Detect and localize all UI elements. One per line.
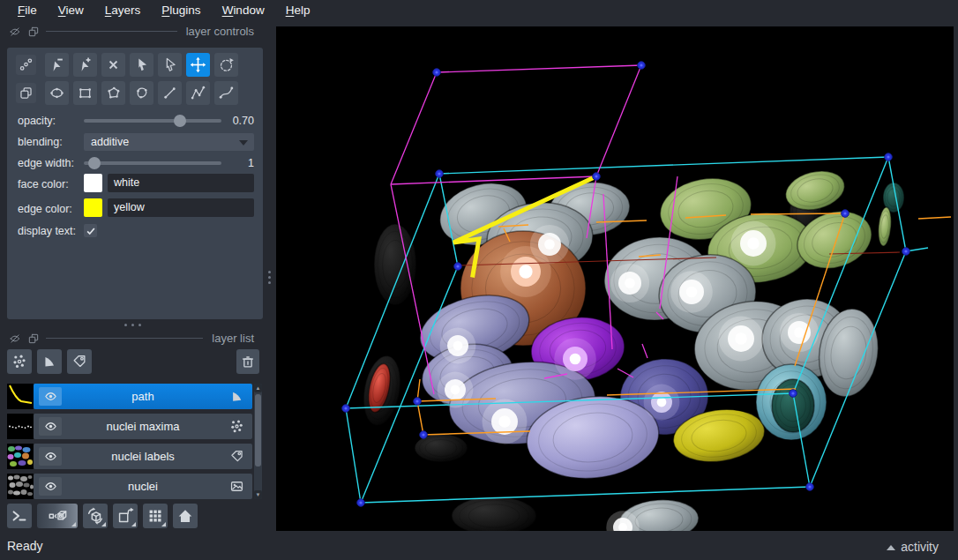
- menu-window[interactable]: Window: [212, 2, 275, 19]
- edge-color-label: edge color:: [18, 203, 72, 215]
- tool-add-polygon-button[interactable]: [101, 81, 125, 105]
- caret-up-icon: [887, 545, 895, 550]
- layer-name: nuclei: [34, 474, 252, 499]
- float-panel-icon[interactable]: [27, 332, 40, 343]
- image-layer-type-icon: [228, 478, 245, 495]
- header-divider: [46, 31, 177, 32]
- layer-thumbnail-image: [7, 474, 34, 499]
- layer-controls-title: layer controls: [186, 25, 254, 38]
- edge-width-value: 1: [221, 157, 254, 169]
- grid-view-button[interactable]: [143, 504, 168, 528]
- edge-width-slider[interactable]: [84, 161, 221, 165]
- edge-color-field[interactable]: yellow: [108, 198, 254, 217]
- new-shapes-layer-button[interactable]: [37, 349, 62, 374]
- scroll-down-icon[interactable]: ▼: [254, 490, 262, 499]
- layer-name: nuclei maxima: [34, 414, 252, 439]
- layer-list-scrollbar[interactable]: ▲ ▼: [254, 384, 262, 499]
- layer-row-nuclei-maxima[interactable]: nuclei maxima: [34, 414, 252, 439]
- tool-add-polygon-lasso-button[interactable]: [130, 81, 153, 105]
- points-layer-type-icon: [228, 418, 245, 435]
- layer-row-path[interactable]: path: [34, 384, 252, 409]
- scene-3d: [276, 26, 954, 531]
- menu-layers[interactable]: Layers: [94, 2, 152, 19]
- layer-row-nuclei-labels[interactable]: nuclei labels: [34, 444, 252, 469]
- tool-remove-vertex-button[interactable]: [45, 53, 69, 77]
- tool-add-path-button[interactable]: [214, 81, 238, 105]
- menu-view[interactable]: View: [48, 2, 94, 19]
- menu-bar: FileViewLayersPluginsWindowHelp: [0, 0, 958, 21]
- opacity-slider[interactable]: [84, 119, 221, 123]
- napari-window: FileViewLayersPluginsWindowHelp layer co…: [0, 0, 958, 560]
- face-color-field[interactable]: white: [108, 174, 254, 192]
- layer-thumbnail-shapes: [7, 384, 34, 409]
- scroll-up-icon[interactable]: ▲: [254, 384, 262, 392]
- hide-panel-icon[interactable]: [9, 26, 21, 36]
- transpose-dimensions-button[interactable]: [113, 504, 138, 528]
- tool-add-rectangle-button[interactable]: [73, 81, 97, 105]
- new-points-layer-button[interactable]: [7, 349, 32, 374]
- ndisplay-3d-button[interactable]: [37, 504, 78, 528]
- layer-list-header: layer list: [9, 332, 254, 344]
- menu-help[interactable]: Help: [275, 2, 321, 19]
- blending-select[interactable]: additive: [84, 133, 254, 151]
- activity-label: activity: [901, 540, 939, 554]
- layer-list-title: layer list: [212, 332, 254, 345]
- header-divider: [46, 338, 203, 339]
- tool-pan-zoom-button[interactable]: [186, 53, 210, 77]
- float-panel-icon[interactable]: [27, 26, 40, 36]
- roll-dimensions-button[interactable]: [83, 504, 108, 528]
- hide-panel-icon[interactable]: [9, 332, 21, 343]
- tool-select-shapes-button[interactable]: [130, 53, 153, 77]
- status-message: Ready: [7, 539, 42, 553]
- tool-transform-button[interactable]: [214, 53, 238, 77]
- tool-select-vertices-button[interactable]: [16, 55, 36, 75]
- face-color-swatch[interactable]: [84, 174, 102, 192]
- tool-copy-shapes-button[interactable]: [16, 83, 36, 103]
- canvas-splitter-handle[interactable]: [268, 271, 271, 284]
- display-text-label: display text:: [18, 225, 76, 237]
- tool-add-line-button[interactable]: [158, 81, 182, 105]
- tool-delete-shape-button[interactable]: [101, 53, 125, 77]
- delete-layer-button[interactable]: [236, 349, 259, 374]
- opacity-label: opacity:: [18, 115, 56, 127]
- labels-layer-type-icon: [228, 448, 245, 465]
- tool-direct-select-button[interactable]: [158, 53, 182, 77]
- display-text-checkbox[interactable]: [84, 224, 97, 237]
- layer-row-nuclei[interactable]: nuclei: [34, 474, 252, 499]
- status-bar: Ready activity: [0, 531, 958, 560]
- scrollbar-thumb[interactable]: [255, 394, 261, 467]
- edge-width-label: edge width:: [18, 157, 74, 169]
- tool-add-ellipse-button[interactable]: [45, 81, 69, 105]
- new-labels-layer-button[interactable]: [67, 349, 92, 374]
- check-icon: [86, 226, 96, 236]
- tool-add-polyline-button[interactable]: [186, 81, 210, 105]
- activity-toggle[interactable]: activity: [887, 540, 939, 554]
- edge-color-swatch[interactable]: [84, 198, 102, 217]
- layer-controls-header: layer controls: [9, 25, 254, 37]
- chevron-down-icon: [239, 140, 248, 146]
- menu-plugins[interactable]: Plugins: [151, 2, 211, 19]
- shapes-layer-type-icon: [228, 388, 245, 405]
- console-button[interactable]: [7, 504, 32, 528]
- tool-insert-vertex-button[interactable]: [73, 53, 97, 77]
- layer-thumbnail-labels: [7, 444, 34, 469]
- layer-name: path: [34, 384, 252, 409]
- viewer-canvas-3d[interactable]: [276, 26, 954, 531]
- face-color-label: face color:: [18, 178, 69, 190]
- opacity-value: 0.70: [221, 115, 254, 127]
- blending-label: blending:: [18, 136, 63, 148]
- panel-splitter-handle[interactable]: [124, 324, 141, 326]
- home-reset-view-button[interactable]: [173, 504, 198, 528]
- blending-value: additive: [91, 136, 129, 148]
- layer-name: nuclei labels: [34, 444, 252, 469]
- layer-thumbnail-points: [7, 414, 34, 439]
- menu-file[interactable]: File: [7, 2, 48, 19]
